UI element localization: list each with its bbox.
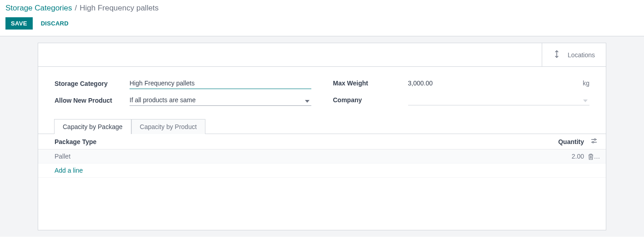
company-select[interactable] xyxy=(408,94,590,105)
locations-stat-button[interactable]: Locations xyxy=(542,43,606,66)
svg-point-1 xyxy=(594,139,595,140)
allow-new-product-label: Allow New Product xyxy=(55,97,130,104)
table-row[interactable]: Pallet 2.00 xyxy=(38,149,606,164)
row-more: … xyxy=(594,153,600,160)
breadcrumb-separator: / xyxy=(75,4,77,13)
locations-label: Locations xyxy=(568,51,595,59)
max-weight-label: Max Weight xyxy=(333,80,408,87)
max-weight-input[interactable] xyxy=(408,78,579,89)
settings-icon xyxy=(591,138,597,144)
company-label: Company xyxy=(333,96,408,104)
options-header[interactable] xyxy=(588,134,606,149)
package-type-cell[interactable]: Pallet xyxy=(38,149,542,164)
svg-point-3 xyxy=(592,141,594,143)
trash-icon[interactable] xyxy=(588,154,594,160)
allow-new-product-select[interactable] xyxy=(130,95,311,106)
quantity-cell[interactable]: 2.00 xyxy=(542,149,588,164)
save-button[interactable]: SAVE xyxy=(5,17,33,30)
package-type-header: Package Type xyxy=(38,134,542,149)
tab-capacity-by-package[interactable]: Capacity by Package xyxy=(54,119,131,134)
storage-category-input[interactable] xyxy=(130,78,311,89)
max-weight-unit: kg xyxy=(583,80,589,87)
vertical-arrows-icon xyxy=(553,50,560,60)
quantity-header: Quantity xyxy=(542,134,588,149)
breadcrumb-current: High Frequency pallets xyxy=(80,4,159,13)
add-line-link[interactable]: Add a line xyxy=(55,167,83,174)
breadcrumb: Storage Categories / High Frequency pall… xyxy=(5,4,639,13)
discard-button[interactable]: DISCARD xyxy=(35,17,74,30)
form-sheet: Locations Storage Category Allow New Pro… xyxy=(38,43,606,230)
tab-capacity-by-product[interactable]: Capacity by Product xyxy=(131,119,205,134)
add-line-row: Add a line xyxy=(38,164,606,178)
storage-category-label: Storage Category xyxy=(55,80,130,87)
breadcrumb-parent-link[interactable]: Storage Categories xyxy=(5,4,72,13)
capacity-table: Package Type Quantity xyxy=(38,134,606,178)
